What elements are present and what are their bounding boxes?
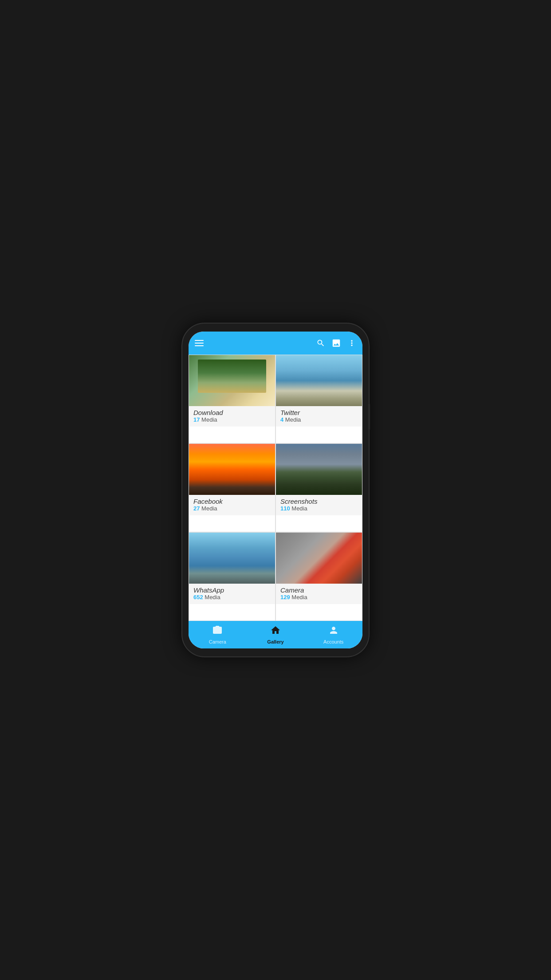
nav-icon-gallery xyxy=(270,625,281,638)
folder-item-download[interactable]: Download 17 Media xyxy=(189,355,276,443)
folder-name-whatsapp: WhatsApp xyxy=(193,586,271,594)
folder-name-screenshots: Screenshots xyxy=(280,498,358,505)
bottom-nav: Camera Gallery Accounts xyxy=(189,621,362,648)
folder-item-screenshots[interactable]: Screenshots 110 Media xyxy=(276,443,362,532)
folder-item-twitter[interactable]: Twitter 4 Media xyxy=(276,355,362,443)
folder-count-camera: 129 Media xyxy=(280,594,358,601)
folder-name-facebook: Facebook xyxy=(193,498,271,505)
folder-info-twitter: Twitter 4 Media xyxy=(276,406,362,427)
nav-item-camera[interactable]: Camera xyxy=(189,625,247,644)
nav-icon-camera xyxy=(212,625,223,638)
folder-count-num-download: 17 xyxy=(193,416,200,423)
folder-name-download: Download xyxy=(193,409,271,416)
folder-count-twitter: 4 Media xyxy=(280,416,358,423)
folder-thumbnail-twitter xyxy=(276,355,362,406)
folder-item-camera[interactable]: Camera 129 Media xyxy=(276,532,362,621)
phone-screen: Download 17 Media Twitter 4 Media Facebo… xyxy=(189,332,362,648)
top-bar xyxy=(189,332,362,355)
folder-info-whatsapp: WhatsApp 652 Media xyxy=(189,584,275,604)
folder-count-num-whatsapp: 652 xyxy=(193,594,203,601)
search-button[interactable] xyxy=(316,339,325,348)
nav-item-gallery[interactable]: Gallery xyxy=(247,625,305,644)
nav-label-camera: Camera xyxy=(209,639,226,644)
more-options-button[interactable] xyxy=(347,339,356,348)
folder-info-screenshots: Screenshots 110 Media xyxy=(276,495,362,515)
folder-count-facebook: 27 Media xyxy=(193,505,271,512)
nav-label-gallery: Gallery xyxy=(267,639,283,644)
nav-label-accounts: Accounts xyxy=(323,639,343,644)
folder-info-camera: Camera 129 Media xyxy=(276,584,362,604)
folder-count-num-screenshots: 110 xyxy=(280,505,290,512)
folder-count-num-facebook: 27 xyxy=(193,505,200,512)
phone-device: Download 17 Media Twitter 4 Media Facebo… xyxy=(182,324,369,656)
folder-item-facebook[interactable]: Facebook 27 Media xyxy=(189,443,276,532)
folder-thumbnail-download xyxy=(189,355,275,406)
volume-button xyxy=(368,403,370,430)
folder-count-num-twitter: 4 xyxy=(280,416,283,423)
folder-info-download: Download 17 Media xyxy=(189,406,275,427)
folder-thumbnail-screenshots xyxy=(276,444,362,495)
hamburger-menu-button[interactable] xyxy=(195,340,204,346)
folder-count-screenshots: 110 Media xyxy=(280,505,358,512)
folder-thumbnail-facebook xyxy=(189,444,275,495)
top-bar-actions xyxy=(316,338,356,348)
folder-thumbnail-camera xyxy=(276,533,362,584)
folders-grid: Download 17 Media Twitter 4 Media Facebo… xyxy=(189,355,362,621)
nav-icon-accounts xyxy=(328,625,339,638)
folder-count-whatsapp: 652 Media xyxy=(193,594,271,601)
folder-item-whatsapp[interactable]: WhatsApp 652 Media xyxy=(189,532,276,621)
folder-name-camera: Camera xyxy=(280,586,358,594)
folder-name-twitter: Twitter xyxy=(280,409,358,416)
image-view-button[interactable] xyxy=(331,338,341,348)
folder-thumbnail-whatsapp xyxy=(189,533,275,584)
folder-count-num-camera: 129 xyxy=(280,594,290,601)
folder-info-facebook: Facebook 27 Media xyxy=(189,495,275,515)
folder-count-download: 17 Media xyxy=(193,416,271,423)
nav-item-accounts[interactable]: Accounts xyxy=(304,625,362,644)
